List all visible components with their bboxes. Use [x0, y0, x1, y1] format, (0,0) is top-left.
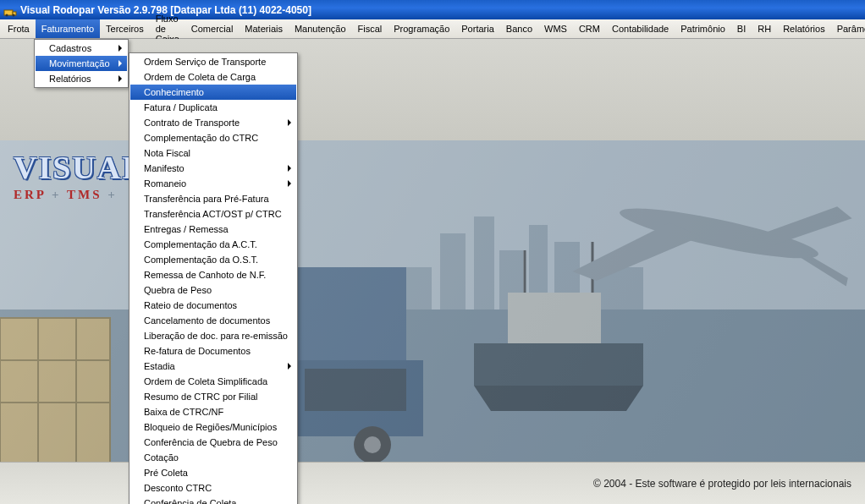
chevron-right-icon — [118, 45, 122, 52]
submenu-item[interactable]: Conhecimento — [130, 85, 296, 100]
submenu-item[interactable]: Movimentação — [36, 56, 127, 71]
chevron-right-icon — [288, 180, 291, 187]
svg-point-24 — [364, 436, 381, 453]
chevron-right-icon — [288, 363, 291, 370]
submenu-item[interactable]: Ordem de Coleta de Carga — [130, 69, 296, 85]
submenu-item[interactable]: Bloqueio de Regiões/Municípios — [130, 419, 296, 435]
brand-plus2: + — [107, 188, 118, 201]
menu-item[interactable]: Programação — [388, 19, 455, 38]
submenu-item[interactable]: Nota Fiscal — [130, 145, 296, 161]
submenu-item[interactable]: Pré Coleta — [130, 465, 296, 480]
menu-item[interactable]: Materiais — [239, 19, 289, 38]
submenu-item[interactable]: Estadia — [130, 359, 296, 374]
submenu-item[interactable]: Conferência de Quebra de Peso — [130, 435, 296, 450]
menu-item[interactable]: RH — [752, 19, 777, 38]
submenu-item[interactable]: Ordem Serviço de Transporte — [130, 54, 296, 69]
submenu-faturamento: CadastrosMovimentaçãoRelatórios — [34, 39, 129, 88]
submenu-item[interactable]: Remessa de Canhoto de N.F. — [130, 267, 296, 282]
svg-rect-20 — [305, 369, 406, 411]
svg-rect-6 — [440, 233, 466, 310]
submenu-item[interactable]: Desconto CTRC — [130, 480, 296, 496]
svg-point-3 — [13, 14, 15, 16]
submenu-item[interactable]: Contrato de Transporte — [130, 115, 296, 130]
submenu-item[interactable]: Quebra de Peso — [130, 282, 296, 298]
chevron-right-icon — [288, 165, 291, 172]
submenu-item[interactable]: Ordem de Coleta Simplificada — [130, 374, 296, 389]
submenu-item[interactable]: Entregas / Remessa — [130, 222, 296, 237]
menu-item[interactable]: Fiscal — [352, 19, 388, 38]
submenu-item[interactable]: Transferência ACT/OST p/ CTRC — [130, 206, 296, 222]
menu-item[interactable]: BI — [731, 19, 752, 38]
svg-point-2 — [6, 14, 8, 16]
svg-marker-14 — [474, 386, 643, 411]
footer-text: © 2004 - Este software é protegido por l… — [593, 478, 851, 490]
svg-rect-15 — [508, 293, 601, 343]
menu-item[interactable]: Fluxo de Caixa — [150, 19, 185, 38]
submenu-item[interactable]: Resumo de CTRC por Filial — [130, 389, 296, 404]
brand-visual: VISUAL — [14, 149, 146, 186]
brand-block: VISUAL ERP + TMS + — [14, 149, 146, 202]
submenu-item[interactable]: Complementação da A.C.T. — [130, 237, 296, 252]
menu-item[interactable]: Manutenção — [289, 19, 352, 38]
submenu-item[interactable]: Complementação do CTRC — [130, 130, 296, 145]
app-icon — [3, 3, 17, 17]
svg-rect-7 — [474, 216, 494, 310]
menu-item[interactable]: Banco — [500, 19, 538, 38]
menu-item[interactable]: Terceiros — [100, 19, 150, 38]
brand-plus: + — [52, 188, 62, 201]
menu-item[interactable]: Portaria — [455, 19, 500, 38]
submenu-item[interactable]: Cadastros — [36, 41, 127, 56]
menu-item[interactable]: Parâmetros — [831, 19, 865, 38]
menu-item[interactable]: Faturamento — [36, 19, 100, 38]
submenu-item[interactable]: Complementação da O.S.T. — [130, 252, 296, 267]
brand-sub: ERP + TMS + — [14, 188, 146, 202]
brand-tms: TMS — [67, 188, 102, 201]
submenu-item[interactable]: Cotação — [130, 450, 296, 465]
submenu-item[interactable]: Rateio de documentos — [130, 298, 296, 313]
chevron-right-icon — [288, 119, 291, 126]
submenu-item[interactable]: Fatura / Duplicata — [130, 100, 296, 115]
submenu-item[interactable]: Romaneio — [130, 176, 296, 191]
menu-item[interactable]: Contabilidade — [606, 19, 675, 38]
menu-item[interactable]: WMS — [538, 19, 573, 38]
submenu-item[interactable]: Manifesto — [130, 161, 296, 176]
submenu-item[interactable]: Relatórios — [36, 71, 127, 86]
svg-rect-25 — [0, 318, 110, 462]
submenu-item[interactable]: Re-fatura de Documentos — [130, 343, 296, 359]
submenu-item[interactable]: Transferência para Pré-Fatura — [130, 191, 296, 206]
submenu-item[interactable]: Cancelamento de documentos — [130, 313, 296, 328]
titlebar: Visual Rodopar Versão 2.9.798 [Datapar L… — [0, 0, 865, 19]
menu-item[interactable]: Relatórios — [777, 19, 831, 38]
menu-item[interactable]: Comercial — [185, 19, 240, 38]
svg-rect-13 — [474, 343, 643, 386]
svg-rect-0 — [4, 10, 13, 15]
chevron-right-icon — [118, 60, 122, 67]
submenu-movimentacao: Ordem Serviço de TransporteOrdem de Cole… — [129, 52, 298, 504]
brand-erp: ERP — [14, 188, 46, 201]
submenu-item[interactable]: Baixa de CTRC/NF — [130, 404, 296, 419]
menu-item[interactable]: Frota — [2, 19, 36, 38]
menubar: FrotaFaturamentoTerceirosFluxo de CaixaC… — [0, 19, 865, 39]
submenu-item[interactable]: Liberação de doc. para re-emissão — [130, 328, 296, 343]
menu-item[interactable]: CRM — [573, 19, 606, 38]
chevron-right-icon — [118, 75, 122, 82]
submenu-item[interactable]: Conferência de Coleta — [130, 496, 296, 504]
menu-item[interactable]: Patrimônio — [675, 19, 731, 38]
